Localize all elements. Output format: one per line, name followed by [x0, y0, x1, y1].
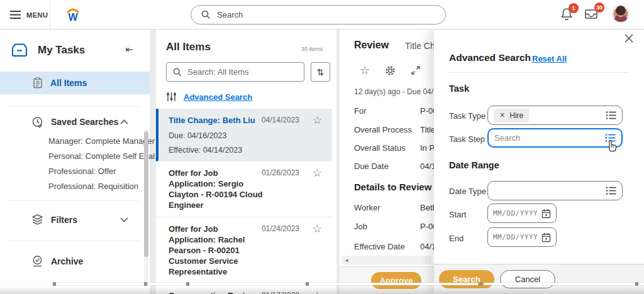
menu-button[interactable]: MENU [10, 0, 48, 30]
remove-chip-icon[interactable]: ✕ [499, 111, 505, 119]
task-list-item[interactable]: Title Change: Beth Liu Due: 04/16/2023 E… [156, 109, 332, 161]
field-value: Beth L [420, 203, 434, 212]
close-icon[interactable] [624, 33, 635, 45]
filters-label: Filters [51, 215, 77, 225]
advanced-search-link[interactable]: Advanced Search [166, 92, 252, 102]
task-type-chip[interactable]: ✕ Hire [494, 109, 529, 122]
sidebar-item-archive[interactable]: Archive [0, 253, 150, 270]
task-list-item[interactable]: Compensation Review: Global Support Lead… [156, 284, 332, 294]
layers-icon [31, 214, 43, 226]
task-list-item[interactable]: Offer for Job Application: Sergio Clayto… [156, 161, 332, 217]
task-step-input[interactable] [487, 128, 623, 148]
review-field-row: Overall Process Title [354, 125, 434, 134]
calendar-icon[interactable] [541, 209, 551, 219]
sort-arrows-icon: ⇅ [317, 67, 325, 77]
reset-all-link[interactable]: Reset All [532, 54, 567, 63]
top-bar: MENU W Search 1 30 [0, 0, 644, 30]
sort-button[interactable]: ⇅ [311, 62, 330, 82]
drawer-icon [10, 42, 29, 58]
all-items-panel: All Items 30 items Search: All Items ⇅ A… [156, 30, 336, 294]
menu-label: MENU [26, 11, 48, 19]
workday-logo[interactable]: W [64, 6, 82, 23]
approve-button[interactable]: Approve [371, 272, 421, 289]
gear-icon[interactable] [384, 65, 396, 77]
star-icon[interactable]: ☆ [313, 166, 322, 180]
field-value: Title [420, 125, 434, 134]
field-value: P-00 [420, 106, 434, 116]
task-step-search-field[interactable] [494, 133, 582, 143]
field-label: For [354, 106, 367, 116]
details-to-review-title: Details to Review [354, 182, 431, 192]
date-type-input[interactable] [487, 181, 623, 200]
global-search-bar[interactable]: Search [191, 5, 446, 24]
start-date-input[interactable]: MM/DD/YYYY [487, 204, 557, 223]
task-date: 01/17/2023 [262, 291, 299, 294]
inbox-button[interactable]: 30 [584, 7, 609, 24]
sidebar-divider [9, 200, 140, 201]
sidebar-item-saved-searches[interactable]: Saved Searches [0, 114, 150, 130]
sliders-icon [166, 92, 177, 102]
star-icon[interactable]: ☆ [313, 114, 322, 127]
review-title: Review [354, 40, 389, 51]
calendar-icon[interactable] [541, 232, 551, 242]
review-subtitle: Title Cha [405, 41, 434, 51]
saved-search-item[interactable]: Professional: Offer [48, 166, 116, 176]
list-menu-icon[interactable] [606, 186, 616, 195]
profile-avatar[interactable] [612, 5, 630, 23]
inbox-badge: 30 [594, 3, 604, 13]
search-button[interactable]: Search [439, 270, 494, 288]
task-list-item[interactable]: Offer for Job Application: Rachel Pearso… [156, 217, 332, 284]
sidebar-item-all-items[interactable]: All Items [0, 72, 150, 94]
list-panel-title: All Items [166, 41, 211, 53]
review-detail-row: Worker Beth L [354, 203, 434, 212]
sidebar-header: My Tasks ⇤ [10, 40, 140, 61]
field-value: P-000 [420, 222, 434, 231]
list-menu-icon[interactable] [606, 111, 616, 120]
list-search-input[interactable]: Search: All Items [166, 62, 304, 82]
workday-my-tasks-screen: MENU W Search 1 30 [0, 0, 644, 294]
list-search-placeholder: Search: All Items [187, 67, 249, 77]
field-label: Effective Date [354, 242, 405, 251]
my-tasks-sidebar: My Tasks ⇤ All Items Saved Searches Mana… [0, 30, 150, 294]
clipboard-icon [33, 77, 43, 89]
review-detail-row: Effective Date 04/14 [354, 242, 434, 251]
task-title: Compensation Review: Global Support Lead… [169, 290, 264, 294]
sidebar-item-filters[interactable]: Filters [0, 212, 150, 228]
divider [449, 72, 629, 73]
expand-icon[interactable] [411, 65, 421, 75]
review-panel: Review Title Cha ☆ 12 day(s) ago - Due 0… [340, 30, 434, 294]
clock-icon [31, 116, 43, 128]
sidebar-scrollbar-thumb[interactable] [144, 131, 148, 257]
chip-label: Hire [509, 111, 523, 120]
star-icon[interactable]: ☆ [313, 222, 322, 236]
task-due: Due: 04/16/2023 [169, 131, 332, 140]
end-date-input[interactable]: MM/DD/YYYY [487, 227, 557, 247]
start-date-label: Start [449, 210, 466, 219]
cancel-button[interactable]: Cancel [500, 270, 555, 288]
search-icon [173, 68, 182, 77]
field-label: Job [354, 222, 367, 231]
saved-searches-label: Saved Searches [51, 117, 118, 127]
collapse-sidebar-icon[interactable]: ⇤ [125, 44, 133, 55]
task-date: 01/24/2023 [262, 224, 299, 233]
date-type-label: Date Type [449, 187, 486, 196]
star-icon[interactable]: ☆ [313, 289, 322, 294]
field-label: Worker [354, 203, 380, 212]
horizontal-scrollbar[interactable]: ◄ [342, 256, 431, 264]
date-range-section-title: Date Range [449, 160, 499, 170]
task-type-label: Task Type [449, 111, 486, 121]
star-icon[interactable]: ☆ [360, 63, 370, 77]
field-label: Due Date [354, 161, 389, 171]
task-title: Offer for Job Application: Rachel Pearso… [169, 224, 264, 277]
sidebar-divider [9, 241, 140, 241]
scroll-left-icon[interactable]: ◄ [344, 258, 349, 263]
search-icon [201, 10, 211, 19]
chevron-down-icon[interactable] [120, 217, 128, 222]
saved-search-item[interactable]: Professional: Requisition [48, 182, 138, 191]
task-type-input[interactable]: ✕ Hire [487, 106, 623, 125]
notifications-button[interactable]: 1 [560, 7, 582, 24]
items-count: 30 items [301, 46, 323, 52]
chevron-up-icon[interactable] [120, 119, 128, 124]
review-detail-row: Job P-000 [354, 222, 434, 231]
sidebar-scrollbar[interactable] [144, 129, 148, 287]
